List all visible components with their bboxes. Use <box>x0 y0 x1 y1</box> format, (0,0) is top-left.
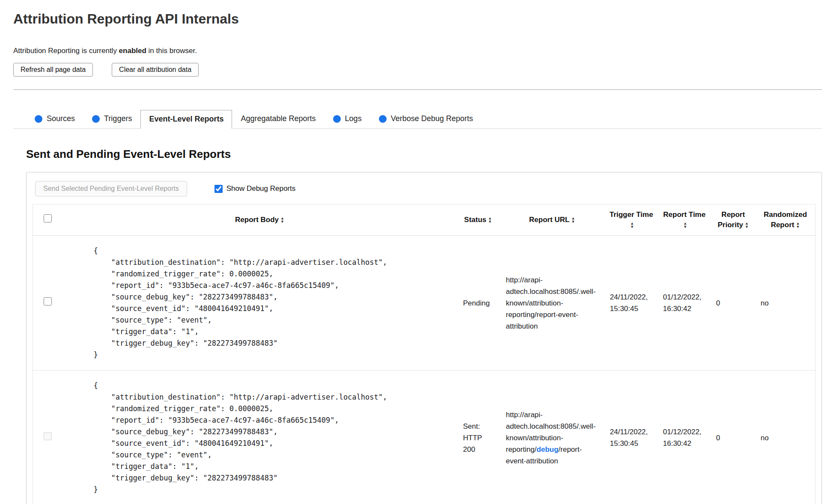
reports-panel: Send Selected Pending Event-Level Report… <box>26 172 822 504</box>
column-label: Report URL <box>529 216 569 224</box>
report-status: Pending <box>457 236 500 371</box>
column-label: Randomized Report <box>764 210 807 229</box>
show-debug-label: Show Debug Reports <box>226 184 296 193</box>
report-body-cell: { "attribution_destination": "http://ara… <box>63 236 457 371</box>
debug-url-segment: debug <box>536 445 558 454</box>
show-debug-checkbox[interactable] <box>214 185 223 193</box>
tab-label: Sources <box>47 114 75 123</box>
sort-icon: ▲▼ <box>796 222 800 228</box>
column-label: Status <box>464 216 486 224</box>
column-header-report-url[interactable]: Report URL▲▼ <box>500 205 605 236</box>
report-body-json: { "attribution_destination": "http://ara… <box>94 245 452 361</box>
report-priority-cell: 0 <box>711 371 756 504</box>
tab-label: Verbose Debug Reports <box>391 114 473 123</box>
reports-toolbar: Send Selected Pending Event-Level Report… <box>35 181 816 196</box>
activity-dot-icon <box>92 115 100 123</box>
column-label: Report Priority <box>718 210 745 229</box>
status-prefix: Attribution Reporting is currently <box>13 47 119 55</box>
divider <box>13 89 822 90</box>
tab-label: Aggregatable Reports <box>241 114 316 123</box>
tab-triggers[interactable]: Triggers <box>83 110 140 128</box>
report-select-cell <box>33 236 63 371</box>
refresh-all-button[interactable]: Refresh all page data <box>13 63 93 77</box>
report-url: http://arapi-adtech.localhost:8085/.well… <box>500 371 605 504</box>
report-row: { "attribution_destination": "http://ara… <box>33 236 816 371</box>
sort-icon: ▲▼ <box>571 216 575 223</box>
tab-verbose-debug-reports[interactable]: Verbose Debug Reports <box>370 110 482 128</box>
tab-logs[interactable]: Logs <box>325 110 370 128</box>
column-label: Trigger Time <box>610 210 653 219</box>
column-label: Report Body <box>235 216 279 224</box>
report-row: { "attribution_destination": "http://ara… <box>33 371 816 504</box>
report-time-cell: 01/12/2022, 16:30:42 <box>658 371 711 504</box>
report-body-json: { "attribution_destination": "http://ara… <box>94 380 452 495</box>
show-debug-toggle[interactable]: Show Debug Reports <box>214 184 296 193</box>
activity-dot-icon <box>333 115 341 123</box>
column-header-select-all <box>33 205 63 236</box>
activity-dot-icon <box>379 115 387 123</box>
clear-all-button[interactable]: Clear all attribution data <box>112 63 199 77</box>
column-header-status[interactable]: Status▲▼ <box>457 205 500 236</box>
sort-icon: ▲▼ <box>745 222 749 228</box>
column-header-report-body[interactable]: Report Body▲▼ <box>63 205 457 236</box>
table-header-row: Report Body▲▼ Status▲▼ Report URL▲▼ Trig… <box>33 205 816 236</box>
report-url: http://arapi-adtech.localhost:8085/.well… <box>500 236 605 371</box>
trigger-time-cell: 24/11/2022, 15:30:45 <box>605 236 658 371</box>
sort-icon: ▲▼ <box>280 216 284 223</box>
sort-icon: ▲▼ <box>630 222 634 228</box>
column-header-randomized-report[interactable]: Randomized Report▲▼ <box>756 205 816 236</box>
attribution-internals-page: Attribution Reporting API Internals Attr… <box>0 0 834 504</box>
trigger-time-cell: 24/11/2022, 15:30:45 <box>605 371 658 504</box>
tab-label: Logs <box>345 114 362 123</box>
sort-icon: ▲▼ <box>683 222 687 228</box>
section-heading: Sent and Pending Event-Level Reports <box>26 148 822 161</box>
activity-dot-icon <box>35 115 42 123</box>
randomized-report-cell: no <box>756 371 816 504</box>
column-header-report-time[interactable]: Report Time▲▼ <box>658 205 711 236</box>
tab-sources[interactable]: Sources <box>26 110 83 128</box>
tab-label: Event-Level Reports <box>149 115 223 124</box>
report-select-checkbox[interactable] <box>44 432 52 440</box>
column-header-trigger-time[interactable]: Trigger Time▲▼ <box>605 205 658 236</box>
report-url-text: http://arapi-adtech.localhost:8085/.well… <box>506 276 596 330</box>
tab-event-level-reports[interactable]: Event-Level Reports <box>140 110 232 129</box>
sort-icon: ▲▼ <box>488 216 492 223</box>
page-actions: Refresh all page data Clear all attribut… <box>13 63 822 77</box>
report-priority-cell: 0 <box>711 236 756 371</box>
send-selected-reports-button[interactable]: Send Selected Pending Event-Level Report… <box>35 181 187 196</box>
report-time-cell: 01/12/2022, 16:30:42 <box>658 236 711 371</box>
randomized-report-cell: no <box>756 236 816 371</box>
report-select-checkbox[interactable] <box>44 297 52 305</box>
status-text: Attribution Reporting is currently enabl… <box>13 47 822 55</box>
status-emphasis: enabled <box>119 47 146 55</box>
tab-label: Triggers <box>104 114 132 123</box>
page-title: Attribution Reporting API Internals <box>13 11 822 27</box>
tabstrip: Sources Triggers Event-Level Reports Agg… <box>13 110 822 129</box>
column-label: Report Time <box>663 210 706 219</box>
report-body-cell: { "attribution_destination": "http://ara… <box>63 371 457 504</box>
column-header-report-priority[interactable]: Report Priority▲▼ <box>711 205 756 236</box>
reports-table: Report Body▲▼ Status▲▼ Report URL▲▼ Trig… <box>33 204 816 504</box>
status-suffix: in this browser. <box>146 47 197 55</box>
tab-aggregatable-reports[interactable]: Aggregatable Reports <box>232 110 324 128</box>
report-status: Sent: HTTP 200 <box>457 371 500 504</box>
report-select-cell <box>33 371 63 504</box>
select-all-checkbox[interactable] <box>44 214 52 222</box>
